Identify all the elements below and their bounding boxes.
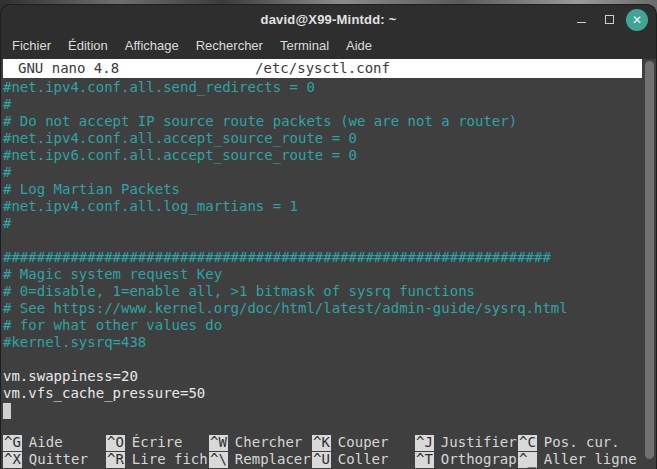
shortcut-label: Coller <box>338 451 389 468</box>
shortcut-aller-ligne: ^_Aller ligne <box>518 451 621 468</box>
editor-area[interactable]: #net.ipv4.conf.all.send_redirects = 0## … <box>3 79 640 419</box>
editor-line[interactable]: # Log Martian Packets <box>3 181 640 198</box>
nano-version-label: GNU nano 4.8 <box>18 60 119 77</box>
text-cursor <box>3 403 11 419</box>
shortcut-label: Remplacer <box>235 451 311 468</box>
editor-line-text: vm.swappiness=20 <box>3 368 138 385</box>
scrollbar-track[interactable] <box>645 61 654 463</box>
shortcut-label: Aide <box>29 434 63 451</box>
editor-line[interactable]: # <box>3 164 640 181</box>
editor-line[interactable]: #net.ipv4.conf.all.accept_source_route =… <box>3 130 640 147</box>
menu-item-rechercher[interactable]: Rechercher <box>196 38 263 53</box>
menu-item-fichier[interactable]: Fichier <box>12 38 51 53</box>
shortcut-key: ^U <box>312 452 331 468</box>
menu-item-aide[interactable]: Aide <box>346 38 372 53</box>
shortcut-key: ^W <box>209 435 228 451</box>
editor-line-text: # <box>3 96 11 113</box>
scrollbar-thumb[interactable] <box>645 61 654 459</box>
editor-line-text: # <box>3 215 11 232</box>
window-title: david@X99-Mintdd: ~ <box>1 5 656 34</box>
shortcut-key: ^T <box>415 452 434 468</box>
editor-line-text: #net.ipv4.conf.all.accept_source_route =… <box>3 130 357 147</box>
editor-line[interactable]: #net.ipv4.conf.all.send_redirects = 0 <box>3 79 640 96</box>
shortcut-key: ^K <box>312 435 331 451</box>
shortcut-label: Écrire <box>132 434 183 451</box>
shortcut-label: Chercher <box>235 434 302 451</box>
editor-line[interactable]: vm.swappiness=20 <box>3 368 640 385</box>
editor-line-text: # See https://www.kernel.org/doc/html/la… <box>3 300 568 317</box>
shortcut-quitter: ^XQuitter <box>3 451 106 468</box>
editor-line[interactable]: # <box>3 215 640 232</box>
editor-line[interactable]: # Do not accept IP source route packets … <box>3 113 640 130</box>
minimize-icon <box>577 22 586 23</box>
editor-line-text: # <box>3 164 11 181</box>
editor-line[interactable] <box>3 232 640 249</box>
editor-line[interactable]: #net.ipv6.conf.all.accept_source_route =… <box>3 147 640 164</box>
minimize-button[interactable] <box>570 9 592 31</box>
editor-line-text: # Do not accept IP source route packets … <box>3 113 517 130</box>
close-icon: ✕ <box>632 14 642 26</box>
shortcut-row: ^GAide^OÉcrire^WChercher^KCouper^JJustif… <box>3 434 640 451</box>
shortcut-couper: ^KCouper <box>312 434 415 451</box>
editor-line[interactable]: # Magic system request Key <box>3 266 640 283</box>
shortcut-label: Couper <box>338 434 389 451</box>
shortcut-ecrire: ^OÉcrire <box>106 434 209 451</box>
window-controls: ✕ <box>570 5 648 34</box>
editor-line-text: # 0=disable, 1=enable all, >1 bitmask of… <box>3 283 475 300</box>
shortcut-key: ^\ <box>209 452 228 468</box>
editor-line-text: #kernel.sysrq=438 <box>3 334 146 351</box>
editor-line-text: #net.ipv4.conf.all.log_martians = 1 <box>3 198 298 215</box>
editor-line[interactable]: ########################################… <box>3 249 640 266</box>
editor-line[interactable] <box>3 351 640 368</box>
menubar: FichierÉditionAffichageRechercherTermina… <box>1 34 656 59</box>
shortcut-label: Justifier <box>441 434 517 451</box>
editor-line[interactable]: #kernel.sysrq=438 <box>3 334 640 351</box>
shortcut-label: Aller ligne <box>544 451 637 468</box>
shortcut-orthograp: ^TOrthograp. <box>415 451 518 468</box>
shortcut-key: ^X <box>3 452 22 468</box>
shortcut-key: ^R <box>106 452 125 468</box>
editor-line[interactable]: # See https://www.kernel.org/doc/html/la… <box>3 300 640 317</box>
shortcut-key: ^J <box>415 435 434 451</box>
editor-line-text: ########################################… <box>3 249 551 266</box>
editor-line[interactable]: # <box>3 96 640 113</box>
shortcut-key: ^O <box>106 435 125 451</box>
editor-line-text: # for what other values do <box>3 317 222 334</box>
maximize-icon <box>605 15 614 24</box>
shortcut-label: Lire fich. <box>132 451 216 468</box>
shortcut-key: ^_ <box>518 452 537 468</box>
terminal-window: david@X99-Mintdd: ~ ✕ FichierÉditionAffi… <box>0 4 657 469</box>
menu-item-affichage[interactable]: Affichage <box>125 38 179 53</box>
editor-line[interactable]: #net.ipv4.conf.all.log_martians = 1 <box>3 198 640 215</box>
shortcut-label: Orthograp. <box>441 451 525 468</box>
shortcut-aide: ^GAide <box>3 434 106 451</box>
shortcut-chercher: ^WChercher <box>209 434 312 451</box>
shortcut-justifier: ^JJustifier <box>415 434 518 451</box>
shortcut-label: Pos. cur. <box>544 434 620 451</box>
nano-shortcut-bar: ^GAide^OÉcrire^WChercher^KCouper^JJustif… <box>3 434 640 468</box>
editor-line-text: # Log Martian Packets <box>3 181 180 198</box>
menu-item-edition[interactable]: Édition <box>68 38 108 53</box>
editor-line[interactable]: vm.vfs_cache_pressure=50 <box>3 385 640 402</box>
maximize-button[interactable] <box>598 9 620 31</box>
shortcut-remplacer: ^\Remplacer <box>209 451 312 468</box>
shortcut-coller: ^UColler <box>312 451 415 468</box>
editor-line[interactable] <box>3 402 640 419</box>
close-button[interactable]: ✕ <box>626 9 648 31</box>
shortcut-row: ^XQuitter^RLire fich.^\Remplacer^UColler… <box>3 451 640 468</box>
shortcut-key: ^G <box>3 435 22 451</box>
titlebar[interactable]: david@X99-Mintdd: ~ ✕ <box>1 5 656 34</box>
editor-line-text: vm.vfs_cache_pressure=50 <box>3 385 205 402</box>
editor-line[interactable]: # for what other values do <box>3 317 640 334</box>
editor-line[interactable]: # 0=disable, 1=enable all, >1 bitmask of… <box>3 283 640 300</box>
nano-titlebar: GNU nano 4.8 /etc/sysctl.conf <box>3 59 642 78</box>
editor-line-text: #net.ipv4.conf.all.send_redirects = 0 <box>3 79 315 96</box>
editor-line-text: #net.ipv6.conf.all.accept_source_route =… <box>3 147 357 164</box>
shortcut-key: ^C <box>518 435 537 451</box>
shortcut-label: Quitter <box>29 451 88 468</box>
shortcut-lire-fich: ^RLire fich. <box>106 451 209 468</box>
editor-line-text: # Magic system request Key <box>3 266 222 283</box>
terminal-content[interactable]: GNU nano 4.8 /etc/sysctl.conf #net.ipv4.… <box>1 59 656 469</box>
menu-item-terminal[interactable]: Terminal <box>280 38 329 53</box>
shortcut-pos-cur: ^CPos. cur. <box>518 434 621 451</box>
